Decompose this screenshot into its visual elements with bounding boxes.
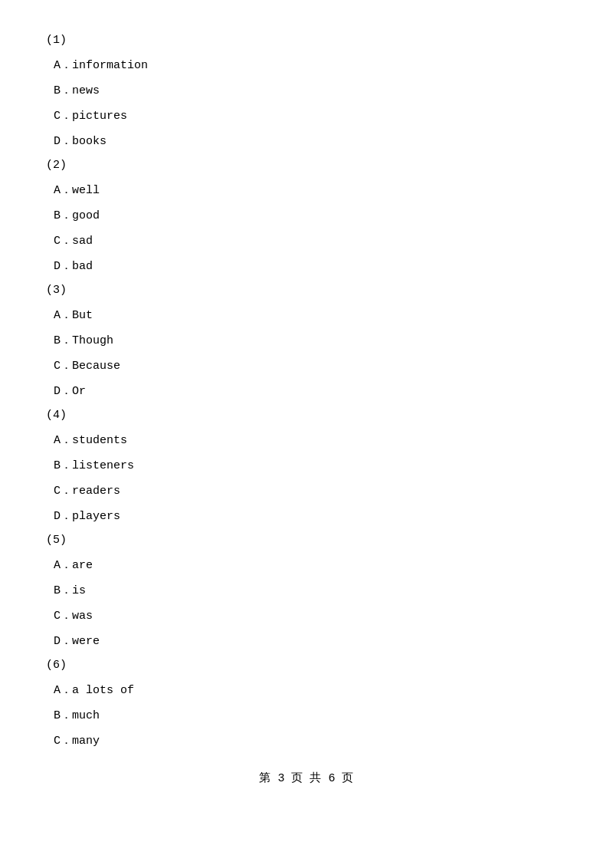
option-q4-1: A．students: [46, 432, 567, 447]
option-q2-4: D．bad: [46, 258, 567, 273]
option-q3-3: C．Because: [46, 358, 567, 373]
option-q3-4: D．Or: [46, 383, 567, 398]
option-q3-1: A．But: [46, 307, 567, 322]
option-q2-3: C．sad: [46, 233, 567, 248]
question-number-6: (6): [46, 659, 567, 672]
question-number-3: (3): [46, 284, 567, 297]
option-q1-3: C．pictures: [46, 108, 567, 123]
option-q4-2: B．listeners: [46, 458, 567, 472]
option-q3-2: B．Though: [46, 333, 567, 347]
option-q5-2: B．is: [46, 583, 567, 597]
page-footer: 第 3 页 共 6 页: [46, 771, 567, 785]
option-q6-2: B．much: [46, 708, 567, 722]
option-q2-2: B．good: [46, 208, 567, 222]
question-number-5: (5): [46, 534, 567, 547]
option-q2-1: A．well: [46, 182, 567, 197]
option-q4-3: C．readers: [46, 483, 567, 498]
option-q6-1: A．a lots of: [46, 682, 567, 697]
option-q4-4: D．players: [46, 508, 567, 523]
question-number-1: (1): [46, 34, 567, 47]
option-q1-1: A．information: [46, 58, 567, 72]
option-q1-2: B．news: [46, 83, 567, 97]
option-q5-3: C．was: [46, 608, 567, 623]
question-number-4: (4): [46, 409, 567, 422]
option-q5-1: A．are: [46, 557, 567, 572]
option-q1-4: D．books: [46, 133, 567, 148]
main-content: (1)A．informationB．newsC．picturesD．books(…: [46, 34, 567, 785]
question-number-2: (2): [46, 159, 567, 172]
option-q5-4: D．were: [46, 633, 567, 648]
option-q6-3: C．many: [46, 733, 567, 748]
